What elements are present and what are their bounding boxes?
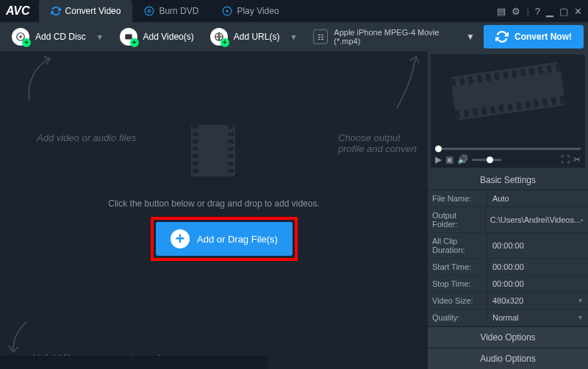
button-label: Add CD Disc <box>35 32 86 42</box>
hint-arrow-icon <box>390 53 426 112</box>
cut-icon[interactable]: ✂ <box>573 154 581 165</box>
tab-burn-dvd[interactable]: Burn DVD <box>132 0 210 22</box>
start-time-field[interactable]: 00:00:00 <box>488 259 588 275</box>
main-area: Add video or audio files Choose output p… <box>0 51 588 369</box>
add-videos-button[interactable]: Add Video(s) <box>112 25 201 49</box>
setting-video-size: Video Size: 480x320▼ <box>428 293 588 309</box>
disc-add-icon <box>12 28 29 46</box>
svg-point-3 <box>17 33 25 41</box>
chevron-down-icon: ▼ <box>577 297 584 304</box>
disc-icon <box>144 6 154 16</box>
film-decoration-icon <box>453 69 563 128</box>
app-logo: AVC <box>6 4 30 18</box>
titlebar: AVC Convert Video Burn DVD Play Video ▤ … <box>0 0 588 22</box>
gear-icon[interactable]: ⚙ <box>512 6 520 17</box>
drop-instruction: Click the button below or drag and drop … <box>0 198 428 209</box>
basic-settings: File Name: Auto Output Folder: C:\Users\… <box>428 190 588 326</box>
hint-choose-profile: Choose output profile and convert <box>338 132 428 154</box>
minimize-icon[interactable]: ▁ <box>546 6 553 17</box>
settings-header: Basic Settings <box>428 171 588 190</box>
chevron-down-icon: ▼ <box>96 33 104 41</box>
convert-icon <box>495 30 509 43</box>
add-urls-button[interactable]: Add URL(s) ▼ <box>203 25 305 49</box>
setting-stop-time: Stop Time: 00:00:00 <box>428 276 588 293</box>
svg-point-4 <box>20 36 21 37</box>
chevron-down-icon: ▼ <box>466 32 475 42</box>
add-button-highlight: + Add or Drag File(s) <box>151 217 298 261</box>
browse-folder-icon[interactable]: ▪ <box>581 215 584 224</box>
hint-arrow-icon <box>6 319 35 356</box>
refresh-icon <box>51 6 61 16</box>
fullscreen-icon[interactable]: ⛶ <box>561 154 570 165</box>
preferences-icon[interactable]: ▤ <box>497 6 506 17</box>
file-management-bar[interactable] <box>0 356 268 369</box>
profile-label: Apple iPhone MPEG-4 Movie (*.mp4) <box>334 28 460 46</box>
stop-time-field[interactable]: 00:00:00 <box>488 276 588 292</box>
side-panel: ▶ ▣ 🔊 ⛶ ✂ Basic Settings File Name: Auto… <box>428 51 588 369</box>
svg-point-0 <box>146 7 154 15</box>
tab-label: Play Video <box>237 6 279 16</box>
volume-slider[interactable] <box>472 159 501 161</box>
convert-now-button[interactable]: Convert Now! <box>484 25 584 49</box>
svg-point-1 <box>148 10 151 12</box>
setting-quality: Quality: Normal▼ <box>428 309 588 326</box>
toolbar: Add CD Disc ▼ Add Video(s) Add URL(s) ▼ … <box>0 22 588 51</box>
tab-label: Burn DVD <box>159 6 198 16</box>
chevron-down-icon: ▼ <box>290 33 297 41</box>
globe-add-icon <box>210 28 228 46</box>
play-button-icon[interactable]: ▶ <box>435 154 442 165</box>
button-label: Add URL(s) <box>234 32 280 42</box>
video-add-icon <box>120 28 137 46</box>
seek-handle[interactable] <box>435 146 442 152</box>
play-icon <box>222 6 232 16</box>
tab-label: Convert Video <box>65 6 121 16</box>
button-label: Add or Drag File(s) <box>197 234 278 245</box>
drop-zone[interactable]: Add video or audio files Choose output p… <box>0 51 428 369</box>
film-placeholder-icon <box>191 125 235 176</box>
window-controls: ▤ ⚙ | ? ▁ ▢ ✕ <box>497 6 582 17</box>
setting-clip-duration: All Clip Duration: 00:00:00 <box>428 233 588 259</box>
tab-convert-video[interactable]: Convert Video <box>39 0 133 22</box>
hint-arrow-icon <box>22 53 59 104</box>
file-name-field[interactable]: Auto <box>488 190 588 207</box>
button-label: Add Video(s) <box>143 32 194 42</box>
button-label: Convert Now! <box>514 32 572 42</box>
setting-start-time: Start Time: 00:00:00 <box>428 259 588 276</box>
seek-bar[interactable] <box>435 148 581 150</box>
hint-add-files: Add video or audio files <box>37 132 136 143</box>
output-folder-field[interactable]: C:\Users\Andrei\Videos...▪ <box>486 207 588 232</box>
setting-output-folder: Output Folder: C:\Users\Andrei\Videos...… <box>428 207 588 233</box>
maximize-icon[interactable]: ▢ <box>559 6 568 17</box>
chevron-down-icon: ▼ <box>577 314 584 321</box>
tab-play-video[interactable]: Play Video <box>210 0 290 22</box>
svg-rect-5 <box>125 35 132 40</box>
help-icon[interactable]: ? <box>535 6 540 17</box>
output-profile-selector[interactable]: ☷ Apple iPhone MPEG-4 Movie (*.mp4) ▼ <box>306 28 482 46</box>
volume-icon[interactable]: 🔊 <box>457 154 468 165</box>
audio-options-button[interactable]: Audio Options <box>428 348 588 369</box>
setting-file-name: File Name: Auto <box>428 190 588 207</box>
preview-controls: ▶ ▣ 🔊 ⛶ ✂ <box>435 154 581 165</box>
video-size-select[interactable]: 480x320▼ <box>488 293 588 309</box>
snapshot-icon[interactable]: ▣ <box>445 154 453 165</box>
profile-list-icon: ☷ <box>313 29 328 44</box>
video-options-button[interactable]: Video Options <box>428 326 588 348</box>
add-or-drag-files-button[interactable]: + Add or Drag File(s) <box>156 222 293 256</box>
preview-pane: ▶ ▣ 🔊 ⛶ ✂ <box>431 54 585 168</box>
main-tabs: Convert Video Burn DVD Play Video <box>39 0 498 22</box>
close-icon[interactable]: ✕ <box>574 6 582 17</box>
quality-select[interactable]: Normal▼ <box>488 309 588 326</box>
plus-icon: + <box>171 229 190 248</box>
add-cd-disc-button[interactable]: Add CD Disc ▼ <box>4 25 111 49</box>
